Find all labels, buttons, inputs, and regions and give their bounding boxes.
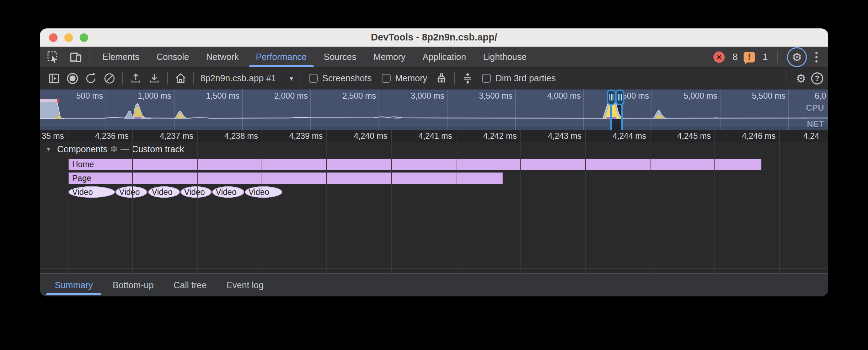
overview-tick: 2,500 ms <box>314 91 376 101</box>
toggle-sidebar-icon[interactable] <box>47 71 61 86</box>
dim-3rd-parties-checkbox[interactable] <box>482 74 491 83</box>
memory-checkbox-row[interactable]: Memory <box>382 73 427 83</box>
content-gridline <box>391 142 392 273</box>
overview-tick: 5,000 ms <box>655 91 717 101</box>
collect-garbage-icon[interactable] <box>434 71 449 86</box>
ruler-tick: 4,246 ms <box>712 130 776 142</box>
content-gridline <box>714 142 715 273</box>
tab-bottom-up[interactable]: Bottom-up <box>103 274 164 296</box>
tab-memory[interactable]: Memory <box>365 47 414 67</box>
devtools-window: DevTools - 8p2n9n.csb.app/ ElementsConso… <box>40 28 828 296</box>
tab-lighthouse[interactable]: Lighthouse <box>475 47 535 67</box>
overview-tick: 3,500 ms <box>450 91 513 101</box>
overview-tick: 2,000 ms <box>245 91 308 101</box>
components-track-title: Components ⚛ — Custom track <box>57 144 184 154</box>
dim-3rd-parties-label: Dim 3rd parties <box>495 73 556 83</box>
target-selector[interactable]: 8p2n9n.csb.app #1 ▾ <box>200 73 293 83</box>
home-icon[interactable] <box>173 71 188 86</box>
ruler-gridline <box>779 130 780 142</box>
warning-count[interactable]: 1 <box>763 51 768 62</box>
separator <box>454 72 455 84</box>
overview-tick: 6,0 <box>815 91 826 101</box>
tab-performance[interactable]: Performance <box>247 47 315 67</box>
warning-badge-icon[interactable]: ! <box>744 52 755 62</box>
overview-tick: 4,000 ms <box>518 91 581 101</box>
inspect-element-icon[interactable] <box>46 50 60 64</box>
ruler-tick: 4,237 ms <box>129 130 193 142</box>
content-gridline <box>68 142 68 273</box>
overview-tick: 5,500 ms <box>723 91 786 101</box>
error-badge-icon[interactable]: × <box>713 51 725 63</box>
toolbar-right: ⚙ ? <box>783 72 823 84</box>
flame-bar-video[interactable]: Video <box>148 186 180 198</box>
ruler-tick: 4,240 ms <box>323 130 387 142</box>
zoom-window-button[interactable] <box>80 33 88 42</box>
content-gridline <box>585 142 586 273</box>
settings-gear-icon[interactable]: ⚙ <box>792 51 802 63</box>
ruler-tick: 4,242 ms <box>453 130 517 142</box>
tab-event-log[interactable]: Event log <box>216 274 273 296</box>
flame-bar-video[interactable]: Video <box>181 186 211 198</box>
content-gridline <box>262 142 262 273</box>
flame-bar-home[interactable]: Home <box>69 159 761 170</box>
tab-summary[interactable]: Summary <box>45 274 103 296</box>
clear-icon[interactable] <box>102 71 117 86</box>
record-icon[interactable] <box>65 71 80 86</box>
separator <box>122 72 123 84</box>
close-window-button[interactable] <box>49 33 58 42</box>
screenshots-checkbox-row[interactable]: Screenshots <box>309 73 372 83</box>
flame-bar-page[interactable]: Page <box>69 173 503 184</box>
content-gridline <box>779 142 780 273</box>
overview-tick: 3,000 ms <box>382 91 444 101</box>
collapse-panel-icon[interactable] <box>461 71 475 86</box>
content-gridline <box>197 142 198 273</box>
tabbar-right: × 8 ! 1 ⚙ <box>713 47 828 67</box>
separator <box>193 72 194 84</box>
cpu-lane-label: CPU <box>806 103 824 113</box>
window-title: DevTools - 8p2n9n.csb.app/ <box>371 32 497 43</box>
flame-bar-video[interactable]: Video <box>212 186 244 198</box>
tab-application[interactable]: Application <box>414 47 475 67</box>
memory-checkbox[interactable] <box>382 74 391 83</box>
content-gridline <box>132 142 133 273</box>
titlebar: DevTools - 8p2n9n.csb.app/ <box>40 28 828 47</box>
content-gridline <box>520 142 521 273</box>
tab-call-tree[interactable]: Call tree <box>164 274 216 296</box>
minimize-window-button[interactable] <box>64 33 73 42</box>
devtools-tabbar: ElementsConsoleNetworkPerformanceSources… <box>40 47 828 67</box>
error-count[interactable]: 8 <box>733 51 738 62</box>
reload-record-icon[interactable] <box>84 71 98 86</box>
flamechart-content[interactable]: ▼ Components ⚛ — Custom track HomePageVi… <box>40 142 828 273</box>
ruler-tick: 4,243 ms <box>518 130 582 142</box>
content-gridline <box>326 142 327 273</box>
tab-network[interactable]: Network <box>198 47 247 67</box>
detail-time-ruler[interactable]: 35 ms4,236 ms4,237 ms4,238 ms4,239 ms4,2… <box>40 130 828 142</box>
tab-console[interactable]: Console <box>148 47 198 67</box>
flame-bar-video[interactable]: Video <box>245 186 282 198</box>
device-toolbar-icon[interactable] <box>68 50 82 64</box>
upload-profile-icon[interactable] <box>129 71 143 86</box>
separator <box>90 51 90 63</box>
timeline-overview[interactable]: 500 ms1,000 ms1,500 ms2,000 ms2,500 ms3,… <box>40 89 828 130</box>
flame-bar-video[interactable]: Video <box>69 186 115 198</box>
separator <box>300 72 300 84</box>
components-track-header[interactable]: ▼ Components ⚛ — Custom track <box>40 144 184 154</box>
tab-elements[interactable]: Elements <box>94 47 148 67</box>
overview-tick: 1,000 ms <box>109 91 171 101</box>
flame-bar-video[interactable]: Video <box>116 186 147 198</box>
screenshots-checkbox[interactable] <box>309 74 318 83</box>
dim-3rd-parties-checkbox-row[interactable]: Dim 3rd parties <box>482 73 556 83</box>
collapse-triangle-icon[interactable]: ▼ <box>45 146 52 153</box>
traffic-lights <box>49 33 88 42</box>
capture-settings-gear-icon[interactable]: ⚙ <box>796 73 806 84</box>
content-gridline <box>456 142 456 273</box>
overview-tick: 1,500 ms <box>177 91 240 101</box>
ruler-tick: 4,245 ms <box>647 130 711 142</box>
download-profile-icon[interactable] <box>147 71 161 86</box>
net-lane-label: NET <box>807 119 824 129</box>
help-icon[interactable]: ? <box>811 72 823 84</box>
overview-tick: 4,500 ms <box>586 91 649 101</box>
tab-sources[interactable]: Sources <box>315 47 365 67</box>
separator <box>167 72 168 84</box>
more-options-icon[interactable] <box>813 52 820 62</box>
